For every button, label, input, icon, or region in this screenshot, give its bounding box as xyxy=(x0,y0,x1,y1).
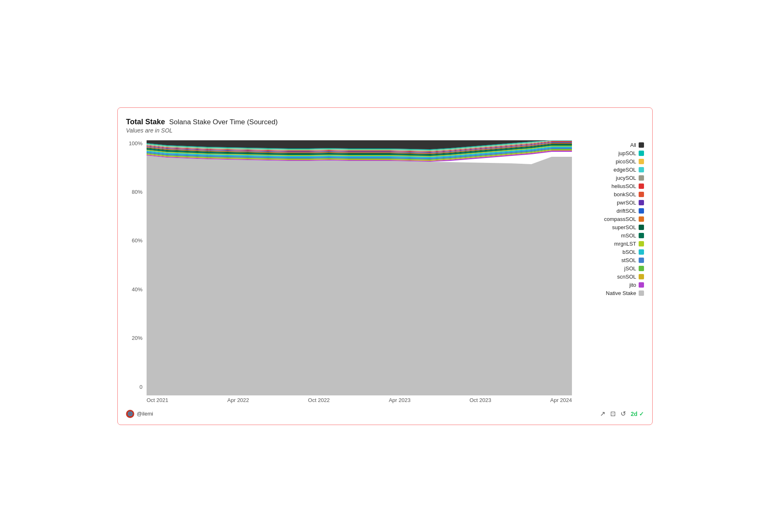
x-label-oct2023: Oct 2023 xyxy=(469,397,491,403)
chart-svg xyxy=(147,140,572,395)
share-icon[interactable]: ↗ xyxy=(600,410,605,418)
legend-color-dot xyxy=(639,249,644,255)
legend-item: mrgnLST xyxy=(580,241,644,247)
legend-item: picoSOL xyxy=(580,158,644,165)
legend-label: picoSOL xyxy=(616,158,636,165)
legend-color-dot xyxy=(639,233,644,238)
x-label-oct2022: Oct 2022 xyxy=(308,397,330,403)
legend-label: bSOL xyxy=(623,249,636,255)
legend-label: jito xyxy=(629,282,636,288)
legend-label: heliusSOL xyxy=(611,183,636,189)
legend-item: compassSOL xyxy=(580,216,644,222)
y-label-40: 40% xyxy=(126,286,145,293)
chart-container: Total Stake Solana Stake Over Time (Sour… xyxy=(117,107,653,425)
legend-label: pwrSOL xyxy=(617,200,636,206)
legend-color-dot xyxy=(639,225,644,230)
legend-item: bonkSOL xyxy=(580,191,644,197)
legend-item: jSOL xyxy=(580,265,644,272)
legend-label: mrgnLST xyxy=(614,241,636,247)
x-label-apr2022: Apr 2022 xyxy=(227,397,249,403)
y-label-20: 20% xyxy=(126,335,145,341)
x-label-oct2021: Oct 2021 xyxy=(147,397,168,403)
legend-item: jucySOL xyxy=(580,175,644,181)
y-label-100: 100% xyxy=(126,140,145,146)
chart-title-normal: Solana Stake Over Time (Sourced) xyxy=(169,118,278,126)
legend-label: All xyxy=(630,142,636,148)
title-area: Total Stake Solana Stake Over Time (Sour… xyxy=(126,118,644,134)
legend-label: superSOL xyxy=(612,224,636,230)
time-badge: 2d ✓ xyxy=(631,411,644,417)
legend-item: Native Stake xyxy=(580,290,644,296)
legend-item: jito xyxy=(580,282,644,288)
legend-label: edgeSOL xyxy=(614,167,636,173)
legend-label: Native Stake xyxy=(606,290,636,296)
x-axis: Oct 2021 Apr 2022 Oct 2022 Apr 2023 Oct … xyxy=(147,395,572,403)
legend-item: mSOL xyxy=(580,232,644,239)
legend-label: driftSOL xyxy=(616,208,636,214)
legend-item: stSOL xyxy=(580,257,644,263)
legend-label: scnSOL xyxy=(617,274,636,280)
footer-right: ↗ ⊡ ↺ 2d ✓ xyxy=(600,410,644,418)
footer-left: 🌐 @ilemi xyxy=(126,410,153,418)
legend-label: jucySOL xyxy=(616,175,636,181)
chart-body: 0 20% 40% 60% 80% 100% xyxy=(126,140,644,403)
legend-color-dot xyxy=(639,216,644,222)
legend-label: mSOL xyxy=(621,232,636,239)
legend-color-dot xyxy=(639,274,644,279)
y-label-60: 60% xyxy=(126,237,145,244)
legend-color-dot xyxy=(639,200,644,205)
user-avatar: 🌐 xyxy=(126,410,134,418)
y-label-0: 0 xyxy=(126,384,145,390)
legend: AlljupSOLpicoSOLedgeSOLjucySOLheliusSOLb… xyxy=(580,140,644,296)
legend-item: bSOL xyxy=(580,249,644,255)
footer: 🌐 @ilemi ↗ ⊡ ↺ 2d ✓ xyxy=(126,407,644,418)
chart-subtitle: Values are in SOL xyxy=(126,127,644,134)
legend-item: jupSOL xyxy=(580,150,644,156)
legend-label: bonkSOL xyxy=(614,191,636,197)
legend-color-dot xyxy=(639,142,644,148)
native-stake-area xyxy=(147,156,572,395)
legend-color-dot xyxy=(639,167,644,172)
legend-color-dot xyxy=(639,282,644,288)
legend-color-dot xyxy=(639,266,644,271)
legend-color-dot xyxy=(639,175,644,181)
legend-item: edgeSOL xyxy=(580,167,644,173)
footer-username: @ilemi xyxy=(137,411,153,417)
undo-icon[interactable]: ↺ xyxy=(621,410,626,418)
legend-label: jSOL xyxy=(624,265,636,272)
legend-item: heliusSOL xyxy=(580,183,644,189)
y-label-80: 80% xyxy=(126,189,145,195)
x-label-apr2023: Apr 2023 xyxy=(389,397,411,403)
legend-color-dot xyxy=(639,184,644,189)
legend-color-dot xyxy=(639,151,644,156)
legend-label: jupSOL xyxy=(618,150,636,156)
legend-item: driftSOL xyxy=(580,208,644,214)
camera-icon[interactable]: ⊡ xyxy=(610,410,616,418)
legend-item: superSOL xyxy=(580,224,644,230)
chart-area: 0 20% 40% 60% 80% 100% xyxy=(126,140,572,403)
legend-color-dot xyxy=(639,159,644,164)
legend-color-dot xyxy=(639,192,644,197)
legend-color-dot xyxy=(639,290,644,296)
legend-label: stSOL xyxy=(621,257,636,263)
legend-color-dot xyxy=(639,258,644,263)
legend-color-dot xyxy=(639,208,644,214)
legend-label: compassSOL xyxy=(604,216,636,222)
legend-item: scnSOL xyxy=(580,274,644,280)
x-label-apr2024: Apr 2024 xyxy=(550,397,572,403)
chart-title-bold: Total Stake xyxy=(126,118,165,126)
legend-color-dot xyxy=(639,241,644,246)
legend-item: All xyxy=(580,142,644,148)
legend-item: pwrSOL xyxy=(580,200,644,206)
chart-plot xyxy=(147,140,572,395)
y-axis: 0 20% 40% 60% 80% 100% xyxy=(126,140,145,391)
